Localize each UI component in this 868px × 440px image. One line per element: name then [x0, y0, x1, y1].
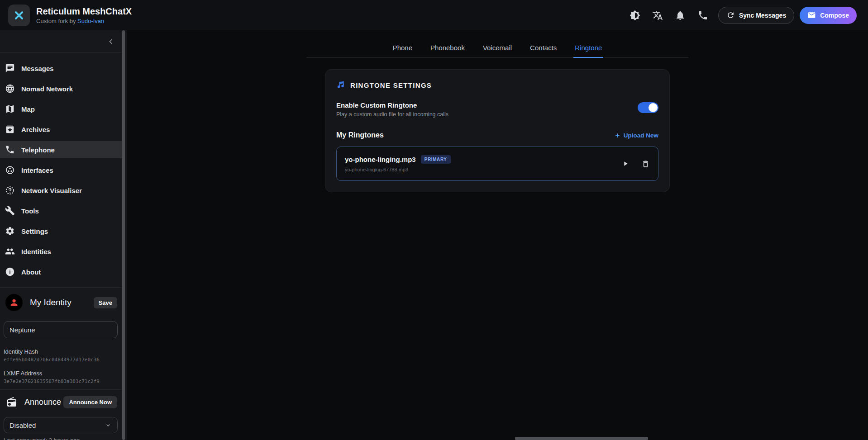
sidebar-scrollbar[interactable] [122, 30, 125, 440]
sidebar-nav: Messages Nomad Network Map Archives Tele… [0, 60, 122, 284]
music-note-icon [336, 80, 345, 90]
sidebar-item-tools[interactable]: Tools [0, 202, 122, 219]
app-header: Reticulum MeshChatX Custom fork by Sudo-… [0, 0, 868, 30]
identity-avatar [5, 294, 23, 311]
mail-icon [807, 11, 816, 19]
my-identity-title: My Identity [30, 298, 72, 308]
notifications-bell-icon[interactable] [675, 10, 686, 21]
identity-meta: Identity Hash effe95b0482d7b6c04844977d1… [4, 348, 118, 392]
ringtone-settings-card: RINGTONE SETTINGS Enable Custom Ringtone… [325, 69, 670, 192]
sidebar-item-map[interactable]: Map [0, 100, 122, 118]
divider [0, 52, 122, 53]
identity-hash-label: Identity Hash [4, 348, 118, 355]
app-title: Reticulum MeshChatX [36, 6, 132, 17]
play-icon [622, 160, 629, 167]
gear-icon [5, 226, 15, 236]
people-icon [5, 246, 15, 256]
announce-now-button[interactable]: Announce Now [63, 396, 117, 408]
phone-call-icon[interactable] [697, 10, 708, 21]
sidebar-collapse-button[interactable] [105, 36, 117, 47]
lxmf-address-label: LXMF Address [4, 370, 118, 377]
my-ringtones-title: My Ringtones [336, 131, 384, 139]
trash-icon [641, 160, 650, 168]
sidebar-item-identities[interactable]: Identities [0, 243, 122, 260]
ringtone-list-item[interactable]: yo-phone-linging.mp3 PRIMARY yo-phone-li… [336, 147, 658, 181]
toggle-knob [649, 103, 658, 112]
sidebar-item-settings[interactable]: Settings [0, 222, 122, 240]
tab-ringtone[interactable]: Ringtone [573, 39, 603, 58]
delete-ringtone-button[interactable] [641, 160, 650, 168]
upload-new-button[interactable]: Upload New [614, 132, 658, 139]
sidebar-item-nomad-network[interactable]: Nomad Network [0, 80, 122, 97]
interfaces-icon [5, 165, 15, 175]
fork-author-link[interactable]: Sudo-Ivan [77, 18, 104, 24]
enable-custom-ringtone-label: Enable Custom Ringtone [336, 101, 448, 109]
divider [0, 389, 122, 390]
lxmf-address-value: 3e7e2e37621635587fb83a381c71c2f9 [4, 378, 118, 384]
sidebar-item-messages[interactable]: Messages [0, 60, 122, 77]
ringtone-name: yo-phone-linging.mp3 [345, 156, 416, 163]
info-icon [5, 267, 15, 277]
last-announced-text: Last announced: 2 hours ago [4, 437, 80, 440]
ringtone-filename: yo-phone-linging-67788.mp3 [345, 167, 451, 172]
divider [0, 287, 122, 288]
sidebar-item-archives[interactable]: Archives [0, 121, 122, 138]
radio-icon [6, 397, 17, 407]
chat-bubble-icon [5, 63, 15, 73]
app-logo [8, 5, 30, 26]
enable-custom-ringtone-desc: Play a custom audio file for all incomin… [336, 111, 448, 118]
person-icon [9, 298, 19, 308]
save-identity-button[interactable]: Save [94, 297, 117, 308]
sidebar-item-network-visualiser[interactable]: Network Visualiser [0, 182, 122, 199]
language-translate-icon[interactable] [652, 10, 663, 21]
wrench-icon [5, 206, 15, 216]
chevron-down-icon [105, 421, 112, 429]
horizontal-scrollbar[interactable] [515, 437, 648, 440]
sidebar-item-interfaces[interactable]: Interfaces [0, 161, 122, 179]
main-content: Phone Phonebook Voicemail Contacts Ringt… [127, 30, 868, 440]
map-icon [5, 104, 15, 114]
announce-interval-select[interactable]: Disabled [4, 417, 118, 433]
archive-icon [5, 124, 15, 134]
sidebar: Messages Nomad Network Map Archives Tele… [0, 30, 127, 440]
network-graph-icon [5, 185, 15, 195]
theme-toggle-icon[interactable] [630, 10, 640, 21]
sidebar-item-about[interactable]: About [0, 263, 122, 280]
primary-badge: PRIMARY [421, 155, 451, 164]
announce-title: Announce [24, 397, 61, 407]
sidebar-item-telephone[interactable]: Telephone [0, 141, 122, 158]
compose-button[interactable]: Compose [800, 7, 857, 24]
tab-voicemail[interactable]: Voicemail [482, 39, 513, 57]
x-logo-icon [13, 9, 25, 22]
app-subtitle: Custom fork by Sudo-Ivan [36, 18, 132, 24]
chevron-left-icon [106, 37, 115, 46]
identity-name-input[interactable] [4, 321, 118, 338]
tab-phonebook[interactable]: Phonebook [429, 39, 466, 57]
sync-refresh-icon [726, 11, 735, 19]
telephone-tabs: Phone Phonebook Voicemail Contacts Ringt… [306, 39, 688, 58]
identity-hash-value: effe95b0482d7b6c04844977d17e0c36 [4, 357, 118, 363]
tab-phone[interactable]: Phone [391, 39, 414, 57]
globe-icon [5, 84, 15, 94]
plus-icon [614, 132, 621, 139]
sync-messages-button[interactable]: Sync Messages [718, 7, 794, 24]
section-title: RINGTONE SETTINGS [350, 81, 432, 89]
enable-custom-ringtone-toggle[interactable] [638, 102, 658, 113]
play-ringtone-button[interactable] [622, 160, 629, 167]
tab-contacts[interactable]: Contacts [529, 39, 558, 57]
phone-icon [5, 145, 15, 155]
